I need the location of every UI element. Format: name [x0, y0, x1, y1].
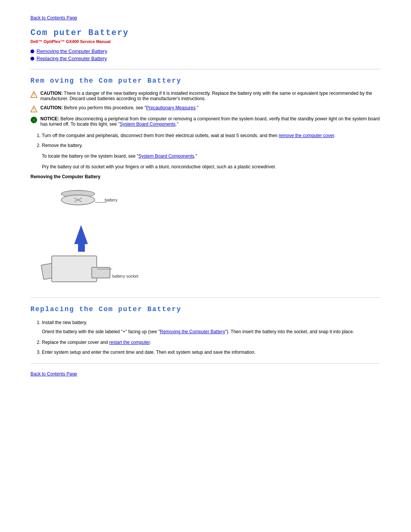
replace-step3-text: Enter system setup and enter the current… — [42, 350, 255, 355]
sub-b-text: Pry the battery out of its socket with y… — [42, 164, 276, 169]
caution-1-label: CAUTION: — [40, 91, 63, 96]
battery-line-connector — [95, 202, 107, 203]
replacing-step-3: Enter system setup and enter the current… — [42, 349, 381, 356]
arrow-shaft — [78, 242, 85, 252]
notice-label: NOTICE: — [40, 116, 59, 121]
replace-step2-before: Replace the computer cover and — [42, 340, 109, 345]
manual-subtitle: Dell™ OptiPlex™ GX400 Service Manual — [30, 39, 381, 44]
toc-item-replacing: Replacing the Computer Battery — [30, 56, 381, 61]
divider-bottom — [30, 363, 381, 364]
arrow-up-icon — [74, 225, 88, 244]
removing-step-2: Remove the battery. — [42, 142, 381, 149]
sub-step-b: Pry the battery out of its socket with y… — [42, 163, 381, 170]
sub-step-a: To locate the battery on the system boar… — [42, 153, 381, 160]
removing-steps: Turn off the computer and peripherals, d… — [42, 132, 381, 149]
toc-list: Removing the Computer Battery Replacing … — [30, 48, 381, 61]
svg-text:!: ! — [33, 93, 34, 97]
divider-top — [30, 69, 381, 69]
replace-step1-main: Install the new battery. — [42, 320, 87, 325]
back-to-contents-top[interactable]: Back to Contents Page — [30, 15, 381, 21]
notice-after: ." — [175, 121, 178, 127]
bullet-icon — [30, 50, 34, 53]
replacing-section-title: Replacing the Com puter Battery — [30, 305, 381, 313]
bullet-icon-2 — [30, 57, 34, 61]
notice-icon: ○ — [30, 117, 37, 123]
step1-before: Turn off the computer and peripherals, d… — [42, 133, 279, 138]
battery-cross — [67, 196, 89, 204]
caution-2-label: CAUTION: — [40, 105, 63, 110]
replacing-steps: Install the new battery. Orient the batt… — [42, 319, 381, 356]
toc-item-removing: Removing the Computer Battery — [30, 48, 381, 54]
restart-computer-link[interactable]: restart the computer — [109, 340, 150, 345]
toc-link-replacing[interactable]: Replacing the Computer Battery — [37, 56, 107, 61]
system-board-link-2[interactable]: System Board Components — [139, 153, 194, 159]
caution-icon-2: ! — [30, 105, 37, 112]
replacing-step-1: Install the new battery. Orient the batt… — [42, 319, 381, 335]
caution-2-after: ." — [196, 105, 199, 110]
notice-before-text: Before disconnecting a peripheral from t… — [40, 116, 380, 127]
caution-box-1: ! CAUTION: There is a danger of the new … — [30, 91, 381, 101]
battery-diagram: battery battery socket — [30, 183, 183, 290]
battery-coin — [61, 195, 95, 205]
replacing-step-2: Replace the computer cover and restart t… — [42, 339, 381, 346]
notice-text: NOTICE: Before disconnecting a periphera… — [40, 116, 381, 127]
caution-icon-1: ! — [30, 91, 37, 98]
socket-diagram-label: battery socket — [112, 274, 138, 278]
step1-after: . — [334, 133, 335, 138]
divider-middle — [30, 297, 381, 298]
caution-2-before-text: Before you perform this procedure, see " — [64, 105, 146, 110]
socket-line-connector — [97, 269, 112, 269]
socket-body — [51, 256, 97, 282]
removing-section-title: Rem oving the Com puter Battery — [30, 77, 381, 85]
replace-step2-after: . — [150, 340, 151, 345]
battery-diagram-label: battery — [105, 198, 118, 202]
replace-sub-before: Orient the battery with the side labeled… — [42, 329, 160, 334]
removing-battery-link[interactable]: Removing the Computer Battery — [160, 329, 225, 334]
remove-cover-link[interactable]: remove the computer cover — [279, 133, 334, 138]
sub-a-after: ." — [194, 153, 197, 159]
system-board-link-1[interactable]: System Board Components — [120, 121, 176, 127]
svg-text:!: ! — [33, 107, 34, 112]
caution-1-full: There is a danger of the new battery exp… — [40, 91, 372, 101]
page-title: Com puter Battery — [30, 28, 381, 38]
caution-1-text: CAUTION: There is a danger of the new ba… — [40, 91, 381, 101]
caution-2-text: CAUTION: Before you perform this procedu… — [40, 105, 198, 110]
svg-text:○: ○ — [33, 118, 35, 122]
precautionary-measures-link[interactable]: Precautionary Measures — [146, 105, 196, 110]
back-to-contents-bottom[interactable]: Back to Contents Page — [30, 371, 381, 377]
notice-box: ○ NOTICE: Before disconnecting a periphe… — [30, 116, 381, 127]
toc-link-removing[interactable]: Removing the Computer Battery — [37, 48, 107, 54]
step2-text: Remove the battery. — [42, 143, 83, 148]
sub-a-before: To locate the battery on the system boar… — [42, 153, 139, 159]
replace-step1-sub: Orient the battery with the side labeled… — [42, 328, 381, 335]
removing-step-1: Turn off the computer and peripherals, d… — [42, 132, 381, 139]
caution-box-2: ! CAUTION: Before you perform this proce… — [30, 105, 381, 112]
replace-sub-after: "). Then insert the battery into the soc… — [225, 329, 354, 334]
diagram-label: Removing the Computer Battery — [30, 174, 381, 179]
